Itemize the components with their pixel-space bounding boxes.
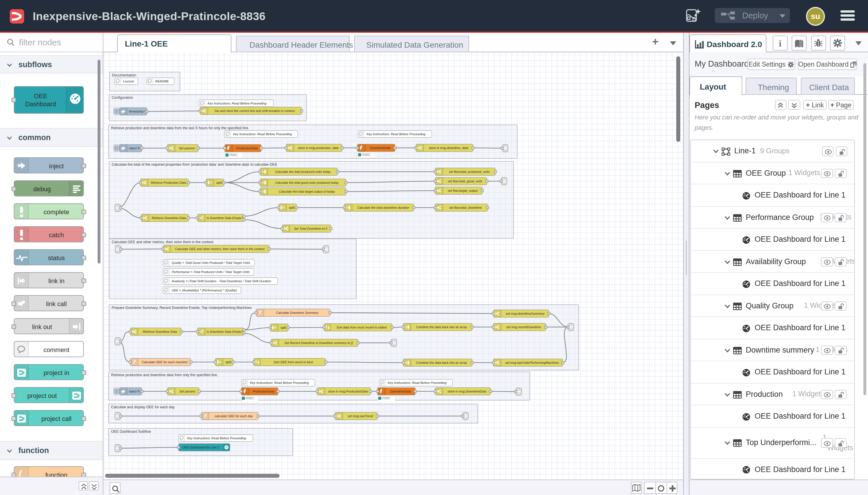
svg-text:Prepare Downtime Summary, Rece: Prepare Downtime Summary, Recent Downtim… [112, 306, 252, 310]
svg-text:set msg.topUnderPerformingMach: set msg.topUnderPerformingMachines [505, 361, 559, 365]
svg-text:OEE = (Availability) * (Perfor: OEE = (Availability) * (Performance) * (… [172, 289, 237, 292]
svg-text:OEE Dashboard for Line 1: OEE Dashboard for Line 1 [182, 446, 219, 449]
svg-text:set msg.downtimeSummery: set msg.downtimeSummery [505, 312, 545, 315]
svg-text:Calculate the total downtime d: Calculate the total downtime duration [357, 206, 409, 210]
svg-text:Documentation: Documentation [112, 73, 136, 78]
svg-text:Configuration: Configuration [112, 96, 133, 100]
svg-text:Calculate the total of the req: Calculate the total of the required prop… [112, 163, 277, 167]
svg-text:set flow.total_produced_units: set flow.total_produced_units [449, 170, 490, 174]
svg-text:RWC: RWC [382, 396, 390, 400]
svg-text:split: split [225, 361, 231, 364]
svg-text:inject ↻: inject ↻ [129, 147, 140, 150]
svg-text:RWC: RWC [246, 396, 254, 400]
svg-text:Retrieve production and downti: Retrieve production and downtime data fr… [111, 373, 218, 377]
svg-text:Calculate the total produced u: Calculate the total produced units today [275, 170, 331, 174]
svg-text:Key Instructions: Read Before: Key Instructions: Read Before Proceeding [250, 381, 309, 385]
svg-text:Quality = Total Good Units Pro: Quality = Total Good Units Produced / To… [172, 261, 250, 265]
svg-text:Key Instructions: Read Before: Key Instructions: Read Before Proceeding [233, 133, 292, 136]
svg-text:Retrieve Downtime Data: Retrieve Downtime Data [152, 217, 186, 220]
svg-text:Set params: Set params [179, 390, 195, 393]
svg-text:Is Downtime Data Empty?: Is Downtime Data Empty? [206, 330, 243, 334]
svg-text:inject ↻: inject ↻ [129, 390, 140, 393]
svg-text:set flow.total_downtime: set flow.total_downtime [449, 206, 482, 210]
svg-text:Calculate OEE for each machine: Calculate OEE for each machine [142, 361, 188, 364]
svg-text:Key Instructions: Read Before: Key Instructions: Read Before Proceeding [208, 102, 267, 105]
svg-text:calculate OEE for each day: calculate OEE for each day [214, 415, 253, 418]
svg-text:ProductionData: ProductionData [236, 147, 258, 150]
svg-text:Sort OEE from worst to best: Sort OEE from worst to best [274, 361, 313, 364]
svg-text:Retrieve Downtime Data: Retrieve Downtime Data [143, 330, 177, 334]
svg-text:split: split [216, 181, 222, 185]
svg-text:Set params: Set params [179, 147, 195, 150]
svg-text:store in msg.production_data: store in msg.production_data [298, 147, 339, 150]
svg-text:RWC: RWC [362, 153, 370, 157]
svg-text:DowntimeData: DowntimeData [390, 390, 411, 393]
svg-text:Set Recent Downtime & Downtime: Set Recent Downtime & Downtime summery t… [284, 341, 353, 345]
svg-text:Set Total Downtime to 0: Set Total Downtime to 0 [294, 227, 328, 231]
svg-text:set msg.recentDowntime: set msg.recentDowntime [506, 326, 541, 329]
svg-text:OEE Dashboard Subflow: OEE Dashboard Subflow [111, 430, 151, 434]
svg-text:Calculate and display OEE for: Calculate and display OEE for each day. [111, 406, 175, 409]
svg-text:Retrieve Production Data: Retrieve Production Data [151, 181, 186, 185]
svg-text:Availavity = (Total Shift Dura: Availavity = (Total Shift Duration - Tot… [171, 280, 271, 283]
svg-text:set msg.oeeTrend: set msg.oeeTrend [348, 415, 373, 418]
svg-text:Key Instructions: Read Before: Key Instructions: Read Before Proceeding [367, 133, 426, 136]
svg-text:split: split [280, 326, 286, 330]
svg-text:Calculate the total target out: Calculate the total target output of tod… [279, 190, 335, 193]
svg-text:set flow.target_output: set flow.target_output [448, 189, 478, 193]
svg-text:RWC: RWC [230, 153, 238, 157]
svg-text:store in msg.DowntimeData: store in msg.DowntimeData [448, 390, 486, 393]
svg-text:set flow.total_good_units: set flow.total_good_units [448, 180, 483, 183]
svg-text:Is Downtime Data Empty?: Is Downtime Data Empty? [206, 217, 243, 220]
svg-text:Combine the data back into an: Combine the data back into an array. [416, 326, 468, 329]
svg-text:Calculate the total good units: Calculate the total good units produced … [275, 181, 339, 185]
svg-text:Key Instructions: Read Before: Key Instructions: Read Before Proceeding [388, 381, 447, 385]
svg-text:Calculate Downtime Summery: Calculate Downtime Summery [276, 311, 318, 315]
svg-text:timestamp ¹: timestamp ¹ [129, 110, 145, 114]
svg-text:Sort data from most recent to: Sort data from most recent to oldest [336, 326, 387, 329]
svg-text:README: README [155, 80, 169, 83]
svg-text:Performance = Total Produced U: Performance = Total Produced Units / Tot… [172, 271, 250, 274]
svg-text:split: split [289, 206, 295, 210]
svg-text:store in msg.ProductionData: store in msg.ProductionData [328, 390, 368, 393]
svg-text:Retrieve production and downti: Retrieve production and downtime data fr… [111, 126, 249, 130]
svg-text:Combine the data back into an: Combine the data back into an array. [416, 361, 468, 365]
svg-text:License: License [123, 80, 134, 83]
svg-text:Set and store the current line: Set and store the current line and shift… [214, 109, 295, 113]
svg-text:Key Instructions: Read Before: Key Instructions: Read Before Proceeding [187, 437, 246, 440]
svg-text:Calculate OEE and other metric: Calculate OEE and other metrics, then st… [112, 240, 214, 244]
svg-text:store in msg.downtime_data: store in msg.downtime_data [429, 147, 468, 150]
svg-text:Calculate OEE and other metric: Calculate OEE and other metrics, then st… [175, 248, 265, 251]
svg-text:DowntimeData: DowntimeData [370, 147, 390, 150]
svg-text:ProductionData: ProductionData [253, 390, 274, 393]
